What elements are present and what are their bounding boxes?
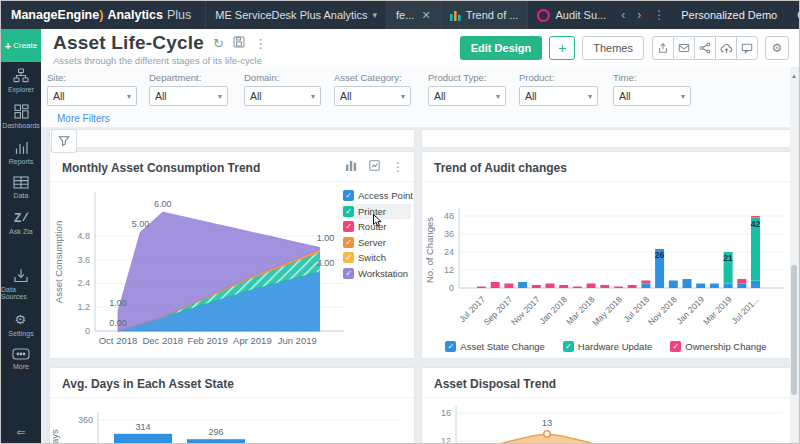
get-quote-link[interactable]: Get Quote	[787, 9, 800, 21]
dashboard-settings-gear-icon[interactable]: ⚙	[765, 36, 789, 60]
themes-button[interactable]: Themes	[582, 36, 644, 60]
more-filters-link[interactable]: More Filters	[57, 113, 110, 124]
create-label: Create	[13, 41, 37, 50]
filter-select[interactable]: All▾	[334, 86, 411, 106]
sidebar-collapse-icon[interactable]: ⇐	[16, 426, 25, 443]
data-icon	[13, 176, 29, 189]
brand-logo[interactable]: ManageEngine)AnalyticsPlus	[1, 8, 205, 22]
add-report-button[interactable]: +	[549, 36, 575, 60]
tab-audit-summary[interactable]: Audit Su...	[527, 1, 615, 29]
svg-text:0: 0	[449, 283, 454, 293]
sidebar-item-label: Reports	[9, 158, 34, 165]
legend-item-asset-state-change[interactable]: ✓Asset State Change	[443, 339, 547, 353]
tab-label: ME ServiceDesk Plus Analytics	[215, 9, 367, 21]
svg-text:Asset Consumption: Asset Consumption	[53, 221, 64, 303]
filter-value: All	[340, 90, 352, 102]
sidebar-item-explorer[interactable]: Explorer	[1, 62, 41, 98]
disposal-area-chart[interactable]: 161213	[422, 398, 791, 443]
sidebar-item-data[interactable]: Data	[1, 170, 41, 204]
tab-kebab-icon[interactable]: ⋮	[647, 8, 671, 22]
chart-type-icon[interactable]	[346, 160, 357, 174]
personalized-demo-link[interactable]: Personalized Demo	[671, 9, 787, 21]
legend-checkbox[interactable]: ✓	[343, 190, 354, 201]
filter-time: Time:All▾	[613, 72, 691, 106]
refresh-icon[interactable]: ↻	[213, 36, 224, 51]
filter-bar: Site:All▾Department:All▾Domain:All▾Asset…	[41, 67, 791, 127]
dashboards-icon	[14, 104, 29, 119]
svg-text:Sep 2017: Sep 2017	[482, 294, 515, 327]
audit-bar-chart[interactable]: 012243648Jul 2017Sep 2017Nov 2017Jan 201…	[422, 182, 791, 334]
scroll-up-icon[interactable]: ▲	[791, 73, 797, 79]
chevron-down-icon: ▾	[218, 92, 222, 101]
filter-select[interactable]: All▾	[519, 86, 598, 106]
legend-checkbox[interactable]: ✓	[343, 252, 354, 263]
close-icon[interactable]: ✕	[421, 9, 430, 22]
legend-checkbox[interactable]: ✓	[670, 341, 681, 352]
avg-days-bar-chart[interactable]: 360314296Days	[50, 398, 415, 443]
export-icon[interactable]	[652, 36, 674, 60]
svg-text:Feb 2019: Feb 2019	[188, 335, 228, 346]
tab-servicedesk-analytics[interactable]: ME ServiceDesk Plus Analytics ▾	[205, 1, 386, 29]
svg-text:12: 12	[441, 436, 451, 443]
sidebar-item-dashboards[interactable]: Dashboards	[1, 98, 41, 134]
filter-funnel-button[interactable]	[51, 129, 77, 153]
sidebar-item-label: Data Sources	[1, 286, 41, 300]
filter-select[interactable]: All▾	[149, 86, 228, 106]
svg-text:Nov 2017: Nov 2017	[509, 294, 542, 327]
legend-item-printer[interactable]: ✓Printer	[341, 204, 411, 220]
create-button[interactable]: + Create	[1, 29, 41, 62]
filter-select[interactable]: All▾	[47, 86, 137, 106]
svg-text:No. of Changes: No. of Changes	[424, 217, 435, 283]
legend-item-access-point[interactable]: ✓Access Point	[341, 188, 411, 204]
legend-checkbox[interactable]: ✓	[563, 341, 574, 352]
chevron-down-icon: ▾	[373, 10, 378, 20]
svg-text:3.00: 3.00	[317, 258, 335, 268]
view-underlying-icon[interactable]	[369, 160, 380, 174]
audit-ring-icon	[537, 9, 550, 22]
legend-checkbox[interactable]: ✓	[343, 268, 354, 279]
scrollbar-thumb[interactable]	[791, 265, 797, 395]
tab-truncated[interactable]: fe... ✕	[386, 1, 440, 29]
share-icon[interactable]	[694, 36, 716, 60]
legend-item-workstation[interactable]: ✓Workstation	[341, 266, 411, 282]
chevron-down-icon: ▾	[496, 92, 500, 101]
sidebar-item-ask-zia[interactable]: ZAsk Zia	[1, 204, 41, 240]
area-chart[interactable]: 01.22.43.64.8Oct 2018Dec 2018Feb 2019Apr…	[50, 182, 344, 359]
cloud-upload-icon[interactable]	[715, 36, 737, 60]
legend-item-hardware-update[interactable]: ✓Hardware Update	[561, 339, 654, 353]
legend-item-router[interactable]: ✓Router	[341, 219, 411, 235]
tab-label: Audit Su...	[555, 9, 606, 21]
sidebar-item-settings[interactable]: ⚙Settings	[1, 305, 41, 342]
filter-label: Asset Category:	[334, 72, 411, 83]
chart-title: Monthly Asset Consumption Trend	[62, 161, 260, 175]
filter-select[interactable]: All▾	[613, 86, 691, 106]
svg-text:3.6: 3.6	[77, 255, 90, 265]
legend-label: Hardware Update	[578, 341, 652, 352]
legend-checkbox[interactable]: ✓	[343, 237, 354, 248]
tab-scroll-left-icon[interactable]: ‹	[615, 8, 631, 22]
legend-item-switch[interactable]: ✓Switch	[341, 250, 411, 266]
save-icon[interactable]	[233, 36, 245, 51]
legend-item-ownership-change[interactable]: ✓Ownership Change	[668, 339, 768, 353]
card-kebab-icon[interactable]: ⋮	[392, 160, 404, 174]
legend-checkbox[interactable]: ✓	[343, 206, 354, 217]
vertical-scrollbar[interactable]: ▲	[790, 69, 798, 441]
sidebar-item-data-sources[interactable]: Data Sources	[1, 262, 41, 305]
filter-select[interactable]: All▾	[428, 86, 506, 106]
page-subtitle: Assets through the different stages of i…	[53, 55, 262, 66]
sidebar-item-more[interactable]: More	[1, 342, 41, 375]
title-kebab-icon[interactable]: ⋮	[254, 36, 267, 51]
legend-checkbox[interactable]: ✓	[343, 221, 354, 232]
email-icon[interactable]	[673, 36, 695, 60]
sidebar-item-label: Dashboards	[2, 122, 40, 129]
legend-item-server[interactable]: ✓Server	[341, 235, 411, 251]
area-chart-legend: ✓Access Point✓Printer✓Router✓Server✓Swit…	[341, 188, 411, 281]
filter-select[interactable]: All▾	[244, 86, 321, 106]
edit-design-button[interactable]: Edit Design	[460, 36, 543, 60]
tab-scroll-right-icon[interactable]: ›	[631, 8, 647, 22]
ask-zia-icon: Z	[13, 210, 29, 225]
sidebar-item-reports[interactable]: Reports	[1, 134, 41, 170]
legend-checkbox[interactable]: ✓	[445, 341, 456, 352]
comment-icon[interactable]	[736, 36, 758, 60]
tab-trend-of[interactable]: Trend of ...	[440, 1, 528, 29]
